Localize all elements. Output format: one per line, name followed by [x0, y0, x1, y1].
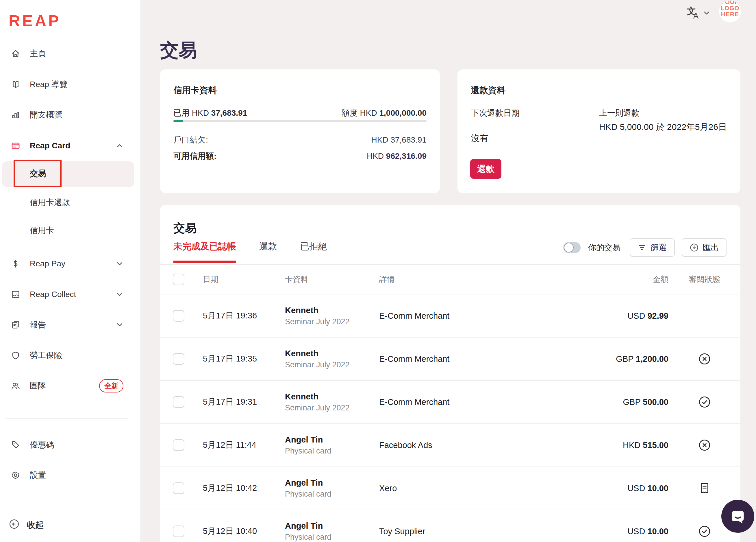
- sidebar-item-設置[interactable]: 設置: [0, 466, 141, 484]
- sidebar-item-label: Reap Card: [30, 141, 70, 150]
- sidebar-item-勞工保險[interactable]: 勞工保險: [0, 346, 141, 365]
- col-header-details: 詳情: [379, 274, 593, 285]
- shield-icon: [11, 351, 21, 360]
- translate-icon-letter: A: [693, 12, 698, 21]
- row-status[interactable]: [668, 352, 740, 366]
- row-date: 5月17日 19:36: [203, 310, 285, 322]
- sidebar-item-label: 勞工保險: [30, 350, 62, 361]
- sidebar-item-label: 設置: [30, 470, 46, 481]
- table-header: 日期 卡資料 詳情 金額 審閱狀態: [160, 264, 740, 294]
- transactions-panel: 交易 未完成及已誌帳還款已拒絕 你的交易 篩選 匯出 日期 卡資料 詳情 金額 …: [160, 205, 740, 542]
- last-repayment-label: 上一則還款: [599, 108, 640, 119]
- sidebar: REAP 主頁Reap 導覽開支概覽Reap Card交易信用卡還款信用卡Rea…: [0, 0, 141, 542]
- credit-card-info-card: 信用卡資料 已用 HKD 37,683.91 額度 HKD 1,000,000.…: [160, 69, 440, 193]
- language-selector[interactable]: 文 A: [686, 5, 703, 21]
- gear-icon: [11, 470, 21, 480]
- row-details: Xero: [379, 484, 593, 493]
- table-row[interactable]: 5月12日 10:42Angel TinPhysical cardXeroUSD…: [160, 467, 740, 510]
- sidebar-item-label: 信用卡: [30, 225, 54, 236]
- row-status[interactable]: [668, 439, 740, 452]
- sidebar-item-主頁[interactable]: 主頁: [0, 44, 141, 63]
- chevron-down-icon[interactable]: [702, 9, 711, 17]
- sidebar-item-label: 優惠碼: [30, 439, 54, 450]
- credit-card-icon: [11, 141, 21, 151]
- sidebar-item-label: 信用卡還款: [30, 197, 70, 208]
- row-status[interactable]: [668, 395, 740, 409]
- chevron-down-icon[interactable]: [115, 321, 124, 329]
- repayment-info-title: 還款資料: [471, 84, 505, 96]
- toggle-knob: [564, 243, 574, 252]
- table-row[interactable]: 5月12日 10:40Angel TinPhysical cardToy Sup…: [160, 510, 740, 542]
- table-row[interactable]: 5月17日 19:36KennethSeminar July 2022E-Com…: [160, 294, 740, 337]
- next-repayment-value: 沒有: [471, 132, 488, 144]
- row-date: 5月17日 19:31: [203, 396, 285, 408]
- bar-chart-icon: [11, 110, 21, 120]
- receipt-icon: [698, 482, 711, 495]
- chevron-up-icon[interactable]: [115, 141, 124, 150]
- chat-bubble-button[interactable]: [721, 500, 754, 533]
- col-header-date: 日期: [203, 274, 285, 285]
- col-header-status: 審閱狀態: [668, 274, 740, 285]
- toggle-label: 你的交易: [588, 242, 620, 253]
- progress-fill: [173, 120, 183, 122]
- row-checkbox[interactable]: [173, 482, 184, 494]
- credit-card-info-title: 信用卡資料: [173, 84, 217, 96]
- chevron-down-icon[interactable]: [115, 290, 124, 299]
- approved-icon: [698, 525, 711, 538]
- table-controls: 你的交易 篩選 匯出: [563, 238, 727, 257]
- filter-button[interactable]: 篩選: [630, 238, 675, 257]
- table-row[interactable]: 5月12日 11:44Angel TinPhysical cardFaceboo…: [160, 423, 740, 467]
- table-row[interactable]: 5月17日 19:35KennethSeminar July 2022E-Com…: [160, 337, 740, 380]
- row-card-info: Angel TinPhysical card: [285, 478, 379, 499]
- collapse-icon: [9, 519, 20, 530]
- sidebar-item-優惠碼[interactable]: 優惠碼: [0, 436, 141, 454]
- sidebar-item-信用卡還款[interactable]: 信用卡還款: [0, 193, 141, 212]
- row-checkbox[interactable]: [173, 353, 184, 365]
- table-row[interactable]: 5月17日 19:31KennethSeminar July 2022E-Com…: [160, 380, 740, 423]
- row-status[interactable]: [668, 482, 740, 495]
- row-card-info: KennethSeminar July 2022: [285, 391, 379, 413]
- sidebar-item-reap-collect[interactable]: Reap Collect: [0, 285, 141, 304]
- sidebar-item-信用卡[interactable]: 信用卡: [0, 221, 141, 240]
- row-amount: USD 10.00: [593, 527, 668, 536]
- row-details: E-Comm Merchant: [379, 311, 593, 321]
- sidebar-item-團隊[interactable]: 團隊全新: [0, 377, 141, 395]
- sidebar-item-label: Reap 導覽: [30, 79, 68, 90]
- export-button[interactable]: 匯出: [682, 238, 727, 257]
- row-card-info: Angel TinPhysical card: [285, 521, 379, 542]
- sidebar-item-reap-pay[interactable]: Reap Pay: [0, 254, 141, 273]
- select-all-checkbox[interactable]: [173, 274, 184, 285]
- sidebar-item-label: Reap Pay: [30, 259, 65, 268]
- available-credit-row: 可用信用額: HKD 962,316.09: [173, 150, 427, 162]
- row-checkbox[interactable]: [173, 310, 184, 322]
- sidebar-item-報告[interactable]: 報告: [0, 316, 141, 334]
- tag-icon: [11, 440, 21, 450]
- sidebar-item-reap-card[interactable]: Reap Card: [0, 136, 141, 155]
- tab-0[interactable]: 未完成及已誌帳: [173, 240, 236, 263]
- table-body: 5月17日 19:36KennethSeminar July 2022E-Com…: [160, 294, 740, 542]
- your-transactions-toggle[interactable]: [563, 242, 581, 253]
- avatar[interactable]: YOUR LOGO HERE: [719, 1, 741, 23]
- declined-icon: [698, 439, 711, 452]
- row-details: Toy Supplier: [379, 527, 593, 536]
- row-date: 5月12日 10:42: [203, 482, 285, 494]
- row-checkbox[interactable]: [173, 526, 184, 537]
- sidebar-item-交易[interactable]: 交易: [0, 164, 141, 183]
- sidebar-item-reap-導覽[interactable]: Reap 導覽: [0, 75, 141, 94]
- sidebar-collapse-button[interactable]: 收起: [0, 515, 141, 533]
- row-checkbox[interactable]: [173, 439, 184, 451]
- row-checkbox[interactable]: [173, 396, 184, 408]
- chevron-down-icon[interactable]: [115, 259, 124, 268]
- row-details: E-Comm Merchant: [379, 397, 593, 407]
- chat-icon: [729, 508, 746, 525]
- sidebar-item-label: 開支概覽: [30, 109, 62, 120]
- tab-2[interactable]: 已拒絕: [300, 240, 327, 263]
- row-amount: USD 92.99: [593, 311, 668, 321]
- repay-button[interactable]: 還款: [470, 159, 501, 179]
- row-date: 5月12日 10:40: [203, 526, 285, 537]
- transactions-title: 交易: [173, 220, 197, 236]
- report-icon: [11, 320, 21, 330]
- sidebar-item-開支概覽[interactable]: 開支概覽: [0, 106, 141, 124]
- row-amount: HKD 515.00: [593, 441, 668, 450]
- tab-1[interactable]: 還款: [259, 240, 277, 263]
